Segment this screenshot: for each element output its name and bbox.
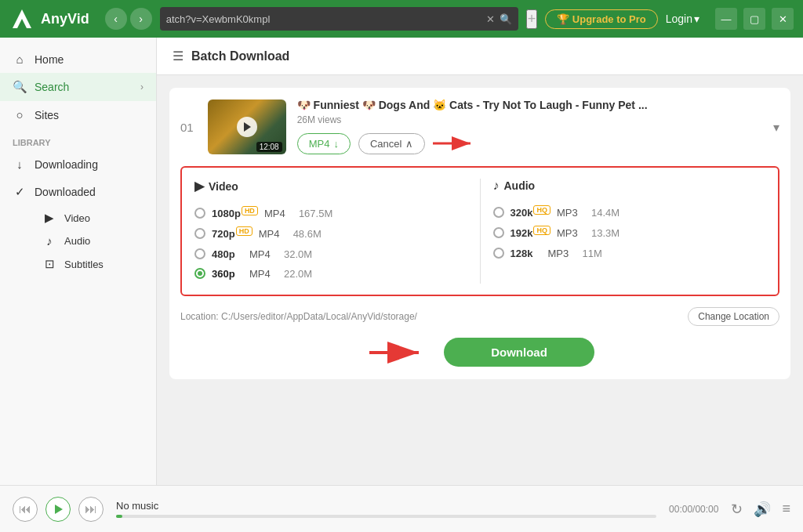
chevron-right-icon: ›: [140, 81, 144, 92]
res-128k: 128k: [511, 248, 542, 259]
address-bar[interactable]: atch?v=XewbmK0kmpl ✕ 🔍: [160, 7, 518, 31]
res-360p: 360p: [212, 268, 243, 280]
upgrade-button[interactable]: 🏆 Upgrade to Pro: [545, 9, 658, 29]
forward-button[interactable]: ›: [130, 8, 152, 30]
minimize-button[interactable]: —: [715, 8, 737, 30]
radio-360p[interactable]: [194, 268, 205, 279]
tab-close-icon[interactable]: ✕: [486, 13, 495, 25]
radio-128k[interactable]: [493, 248, 504, 259]
video-format-header: ▶ Video: [194, 179, 467, 194]
sidebar-label-search: Search: [35, 81, 69, 93]
now-playing-title: No music: [116, 500, 656, 512]
sidebar-label-video: Video: [64, 212, 90, 224]
globe-icon: ○: [13, 108, 27, 121]
nav-buttons: ‹ ›: [105, 8, 152, 30]
radio-480p[interactable]: [194, 248, 205, 259]
download-section: Download: [180, 337, 779, 368]
video-card: 01 12:08 🐶 Funniest 🐶 Dogs And 🐱 Cats - …: [169, 88, 790, 379]
sidebar-item-search[interactable]: 🔍 Search ›: [0, 73, 156, 101]
size-360p: 22.0M: [284, 268, 323, 280]
maximize-button[interactable]: ▢: [743, 8, 765, 30]
download-button[interactable]: Download: [444, 338, 594, 367]
next-track-button[interactable]: ⏭: [78, 497, 104, 522]
type-360p: MP4: [249, 268, 278, 280]
video-header-row: 01 12:08 🐶 Funniest 🐶 Dogs And 🐱 Cats - …: [180, 99, 779, 155]
type-128k: MP3: [548, 248, 576, 259]
tab-url: atch?v=XewbmK0kmpl: [166, 13, 481, 25]
format-row-360p[interactable]: 360p MP4 22.0M: [194, 264, 467, 284]
dropdown-icon[interactable]: ▾: [773, 120, 779, 135]
sidebar-item-home[interactable]: ⌂ Home: [0, 45, 156, 73]
video-action-buttons: MP4 ↓ Cancel ∧: [297, 132, 762, 155]
sidebar-item-video[interactable]: ▶ Video: [35, 206, 156, 230]
back-button[interactable]: ‹: [105, 8, 127, 30]
sidebar-label-downloaded: Downloaded: [35, 186, 96, 198]
player-track: No music: [116, 500, 656, 518]
player-extra-controls: ↻ 🔊 ≡: [731, 501, 790, 518]
prev-track-button[interactable]: ⏮: [13, 497, 38, 522]
batch-download-icon: ☰: [173, 49, 183, 63]
content-area: ☰ Batch Download 01 12:08 🐶 Funniest 🐶 D…: [157, 38, 803, 485]
login-button[interactable]: Login ▾: [666, 13, 699, 25]
radio-720p[interactable]: [194, 228, 205, 239]
sidebar-label-sites: Sites: [35, 109, 59, 121]
size-128k: 11M: [583, 248, 622, 259]
sidebar-item-sites[interactable]: ○ Sites: [0, 101, 156, 128]
format-row-1080p[interactable]: 1080pHD MP4 167.5M: [194, 203, 467, 223]
format-mp4-button[interactable]: MP4 ↓: [297, 133, 351, 154]
search-icon: 🔍: [13, 80, 27, 94]
play-overlay-icon[interactable]: [237, 117, 257, 137]
res-192k: 192kHQ: [511, 226, 550, 239]
repeat-icon[interactable]: ↻: [731, 501, 743, 518]
sidebar-label-subtitles: Subtitles: [64, 259, 104, 270]
radio-320k[interactable]: [493, 207, 504, 218]
chevron-up-icon: ∧: [405, 138, 413, 150]
audio-icon: ♪: [42, 234, 56, 248]
app-name: AnyVid: [41, 11, 89, 27]
type-480p: MP4: [249, 248, 278, 260]
player-controls: ⏮ ⏭: [13, 497, 104, 522]
cancel-button[interactable]: Cancel ∧: [358, 133, 425, 154]
format-row-720p[interactable]: 720pHD MP4 48.6M: [194, 223, 467, 244]
video-thumbnail: 12:08: [208, 100, 286, 154]
sidebar-item-audio[interactable]: ♪ Audio: [35, 230, 156, 252]
home-icon: ⌂: [13, 52, 27, 66]
radio-1080p[interactable]: [194, 208, 205, 219]
format-row-320k[interactable]: 320kHQ MP3 14.4M: [493, 202, 766, 223]
video-icon: ▶: [42, 211, 56, 225]
sidebar: ⌂ Home 🔍 Search › ○ Sites Library ↓ Down…: [0, 38, 157, 485]
format-columns: ▶ Video 1080pHD MP4 167.5M: [194, 179, 765, 284]
progress-bar[interactable]: [116, 515, 656, 518]
sidebar-item-downloaded[interactable]: ✓ Downloaded: [0, 178, 156, 206]
video-number: 01: [180, 121, 194, 134]
format-row-480p[interactable]: 480p MP4 32.0M: [194, 244, 467, 264]
search-icon[interactable]: 🔍: [500, 13, 512, 25]
radio-192k[interactable]: [493, 227, 504, 238]
subtitles-icon: ⊡: [42, 257, 56, 271]
res-480p: 480p: [212, 248, 243, 260]
sidebar-item-downloading[interactable]: ↓ Downloading: [0, 150, 156, 178]
format-row-192k[interactable]: 192kHQ MP3 13.3M: [493, 223, 766, 243]
format-selection-box: ▶ Video 1080pHD MP4 167.5M: [180, 166, 779, 296]
library-sub-items: ▶ Video ♪ Audio ⊡ Subtitles: [0, 206, 156, 276]
download-icon: ↓: [13, 157, 27, 171]
volume-icon[interactable]: 🔊: [754, 501, 771, 518]
location-row: Location: C:/Users/editor/AppData/Local/…: [180, 307, 779, 326]
main-layout: ⌂ Home 🔍 Search › ○ Sites Library ↓ Down…: [0, 38, 803, 485]
size-480p: 32.0M: [284, 248, 323, 260]
playlist-icon[interactable]: ≡: [782, 501, 790, 517]
audio-format-icon: ♪: [493, 179, 500, 193]
red-arrow-indicator: [433, 132, 480, 155]
player-time: 00:00/00:00: [669, 504, 718, 515]
new-tab-button[interactable]: +: [526, 9, 538, 29]
sidebar-label-audio: Audio: [64, 235, 90, 247]
size-320k: 14.4M: [591, 207, 630, 219]
format-row-128k[interactable]: 128k MP3 11M: [493, 244, 766, 263]
content-scroll-area: 01 12:08 🐶 Funniest 🐶 Dogs And 🐱 Cats - …: [157, 75, 803, 485]
sidebar-item-subtitles[interactable]: ⊡ Subtitles: [35, 252, 156, 276]
change-location-button[interactable]: Change Location: [688, 307, 779, 326]
close-button[interactable]: ✕: [772, 8, 794, 30]
sidebar-label-downloading: Downloading: [35, 158, 98, 171]
video-info: 🐶 Funniest 🐶 Dogs And 🐱 Cats - Try Not T…: [297, 99, 762, 155]
play-button[interactable]: [45, 497, 71, 522]
